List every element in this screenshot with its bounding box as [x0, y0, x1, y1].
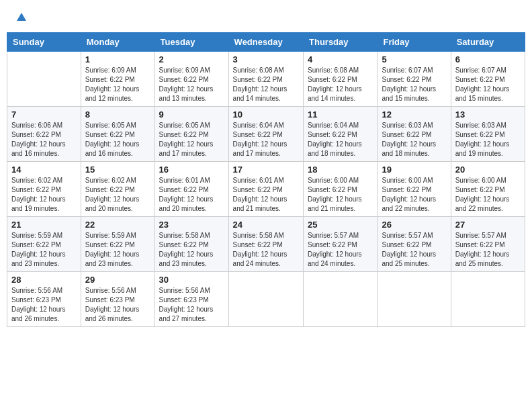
day-info: Sunrise: 5:57 AMSunset: 6:22 PMDaylight:…	[455, 231, 521, 269]
day-number: 5	[382, 54, 446, 64]
calendar-cell: 11Sunrise: 6:04 AMSunset: 6:22 PMDayligh…	[304, 107, 378, 162]
calendar-cell: 18Sunrise: 6:00 AMSunset: 6:22 PMDayligh…	[304, 162, 378, 217]
col-header-wednesday: Wednesday	[228, 33, 303, 52]
day-number: 17	[233, 165, 299, 175]
calendar-cell: 10Sunrise: 6:04 AMSunset: 6:22 PMDayligh…	[228, 107, 303, 162]
calendar-cell: 30Sunrise: 5:56 AMSunset: 6:23 PMDayligh…	[154, 272, 228, 327]
calendar-cell	[7, 52, 81, 107]
day-number: 22	[85, 220, 150, 230]
day-info: Sunrise: 5:56 AMSunset: 6:23 PMDaylight:…	[11, 286, 77, 324]
day-number: 7	[11, 109, 77, 120]
day-number: 21	[11, 220, 77, 230]
logo	[17, 13, 26, 26]
day-number: 12	[382, 109, 446, 120]
day-number: 2	[159, 54, 224, 64]
col-header-friday: Friday	[378, 33, 451, 52]
calendar-cell: 7Sunrise: 6:06 AMSunset: 6:22 PMDaylight…	[7, 107, 81, 162]
calendar-cell: 15Sunrise: 6:02 AMSunset: 6:22 PMDayligh…	[81, 162, 154, 217]
header-row: SundayMondayTuesdayWednesdayThursdayFrid…	[7, 33, 525, 52]
day-number: 30	[159, 275, 224, 285]
week-row-1: 1Sunrise: 6:09 AMSunset: 6:22 PMDaylight…	[7, 52, 525, 107]
calendar-cell: 25Sunrise: 5:57 AMSunset: 6:22 PMDayligh…	[304, 217, 378, 272]
calendar-cell: 26Sunrise: 5:57 AMSunset: 6:22 PMDayligh…	[378, 217, 451, 272]
page-container: SundayMondayTuesdayWednesdayThursdayFrid…	[7, 7, 525, 327]
day-info: Sunrise: 6:01 AMSunset: 6:22 PMDaylight:…	[233, 176, 299, 214]
day-number: 10	[233, 109, 299, 120]
day-info: Sunrise: 6:09 AMSunset: 6:22 PMDaylight:…	[85, 66, 150, 103]
col-header-sunday: Sunday	[7, 33, 81, 52]
day-number: 27	[455, 220, 521, 230]
day-info: Sunrise: 6:01 AMSunset: 6:22 PMDaylight:…	[159, 176, 224, 214]
calendar-cell	[451, 272, 525, 327]
day-number: 25	[308, 220, 373, 230]
calendar-cell: 16Sunrise: 6:01 AMSunset: 6:22 PMDayligh…	[154, 162, 228, 217]
week-row-3: 14Sunrise: 6:02 AMSunset: 6:22 PMDayligh…	[7, 162, 525, 217]
day-number: 9	[159, 109, 224, 120]
col-header-monday: Monday	[81, 33, 154, 52]
day-number: 16	[159, 165, 224, 175]
day-number: 15	[85, 165, 150, 175]
day-number: 18	[308, 165, 373, 175]
day-number: 19	[382, 165, 446, 175]
day-info: Sunrise: 6:03 AMSunset: 6:22 PMDaylight:…	[455, 121, 521, 158]
calendar-cell: 14Sunrise: 6:02 AMSunset: 6:22 PMDayligh…	[7, 162, 81, 217]
calendar-cell: 2Sunrise: 6:09 AMSunset: 6:22 PMDaylight…	[154, 52, 228, 107]
calendar-cell: 29Sunrise: 5:56 AMSunset: 6:23 PMDayligh…	[81, 272, 154, 327]
calendar-cell: 9Sunrise: 6:05 AMSunset: 6:22 PMDaylight…	[154, 107, 228, 162]
calendar-cell: 21Sunrise: 5:59 AMSunset: 6:22 PMDayligh…	[7, 217, 81, 272]
calendar-table: SundayMondayTuesdayWednesdayThursdayFrid…	[7, 32, 525, 327]
week-row-2: 7Sunrise: 6:06 AMSunset: 6:22 PMDaylight…	[7, 107, 525, 162]
day-info: Sunrise: 6:00 AMSunset: 6:22 PMDaylight:…	[308, 176, 373, 214]
day-info: Sunrise: 5:56 AMSunset: 6:23 PMDaylight:…	[159, 286, 224, 324]
day-number: 28	[11, 275, 77, 285]
day-number: 11	[308, 109, 373, 120]
day-info: Sunrise: 6:04 AMSunset: 6:22 PMDaylight:…	[233, 121, 299, 158]
header	[7, 7, 525, 29]
calendar-cell: 22Sunrise: 5:59 AMSunset: 6:22 PMDayligh…	[81, 217, 154, 272]
day-info: Sunrise: 5:59 AMSunset: 6:22 PMDaylight:…	[11, 231, 77, 269]
calendar-cell	[228, 272, 303, 327]
day-info: Sunrise: 6:04 AMSunset: 6:22 PMDaylight:…	[308, 121, 373, 158]
day-number: 13	[455, 109, 521, 120]
day-number: 8	[85, 109, 150, 120]
calendar-cell: 13Sunrise: 6:03 AMSunset: 6:22 PMDayligh…	[451, 107, 525, 162]
calendar-cell: 4Sunrise: 6:08 AMSunset: 6:22 PMDaylight…	[304, 52, 378, 107]
calendar-cell: 20Sunrise: 6:00 AMSunset: 6:22 PMDayligh…	[451, 162, 525, 217]
day-info: Sunrise: 5:59 AMSunset: 6:22 PMDaylight:…	[85, 231, 150, 269]
col-header-saturday: Saturday	[451, 33, 525, 52]
day-info: Sunrise: 5:58 AMSunset: 6:22 PMDaylight:…	[233, 231, 299, 269]
day-info: Sunrise: 5:56 AMSunset: 6:23 PMDaylight:…	[85, 286, 150, 324]
calendar-cell: 19Sunrise: 6:00 AMSunset: 6:22 PMDayligh…	[378, 162, 451, 217]
day-number: 4	[308, 54, 373, 64]
logo-triangle-icon	[17, 11, 26, 24]
day-info: Sunrise: 6:02 AMSunset: 6:22 PMDaylight:…	[85, 176, 150, 214]
calendar-cell: 17Sunrise: 6:01 AMSunset: 6:22 PMDayligh…	[228, 162, 303, 217]
day-info: Sunrise: 6:07 AMSunset: 6:22 PMDaylight:…	[382, 66, 446, 103]
day-info: Sunrise: 5:57 AMSunset: 6:22 PMDaylight:…	[308, 231, 373, 269]
day-info: Sunrise: 6:05 AMSunset: 6:22 PMDaylight:…	[159, 121, 224, 158]
calendar-cell: 24Sunrise: 5:58 AMSunset: 6:22 PMDayligh…	[228, 217, 303, 272]
calendar-cell: 6Sunrise: 6:07 AMSunset: 6:22 PMDaylight…	[451, 52, 525, 107]
calendar-cell: 28Sunrise: 5:56 AMSunset: 6:23 PMDayligh…	[7, 272, 81, 327]
calendar-cell: 12Sunrise: 6:03 AMSunset: 6:22 PMDayligh…	[378, 107, 451, 162]
calendar-cell: 5Sunrise: 6:07 AMSunset: 6:22 PMDaylight…	[378, 52, 451, 107]
day-number: 24	[233, 220, 299, 230]
day-info: Sunrise: 6:00 AMSunset: 6:22 PMDaylight:…	[382, 176, 446, 214]
week-row-5: 28Sunrise: 5:56 AMSunset: 6:23 PMDayligh…	[7, 272, 525, 327]
day-number: 23	[159, 220, 224, 230]
calendar-cell: 1Sunrise: 6:09 AMSunset: 6:22 PMDaylight…	[81, 52, 154, 107]
week-row-4: 21Sunrise: 5:59 AMSunset: 6:22 PMDayligh…	[7, 217, 525, 272]
day-info: Sunrise: 5:58 AMSunset: 6:22 PMDaylight:…	[159, 231, 224, 269]
calendar-cell: 8Sunrise: 6:05 AMSunset: 6:22 PMDaylight…	[81, 107, 154, 162]
day-info: Sunrise: 6:05 AMSunset: 6:22 PMDaylight:…	[85, 121, 150, 158]
calendar-cell	[304, 272, 378, 327]
col-header-thursday: Thursday	[304, 33, 378, 52]
calendar-cell	[378, 272, 451, 327]
day-number: 20	[455, 165, 521, 175]
day-info: Sunrise: 5:57 AMSunset: 6:22 PMDaylight:…	[382, 231, 446, 269]
day-number: 29	[85, 275, 150, 285]
day-info: Sunrise: 6:00 AMSunset: 6:22 PMDaylight:…	[455, 176, 521, 214]
day-info: Sunrise: 6:08 AMSunset: 6:22 PMDaylight:…	[308, 66, 373, 103]
day-info: Sunrise: 6:06 AMSunset: 6:22 PMDaylight:…	[11, 121, 77, 158]
day-info: Sunrise: 6:02 AMSunset: 6:22 PMDaylight:…	[11, 176, 77, 214]
